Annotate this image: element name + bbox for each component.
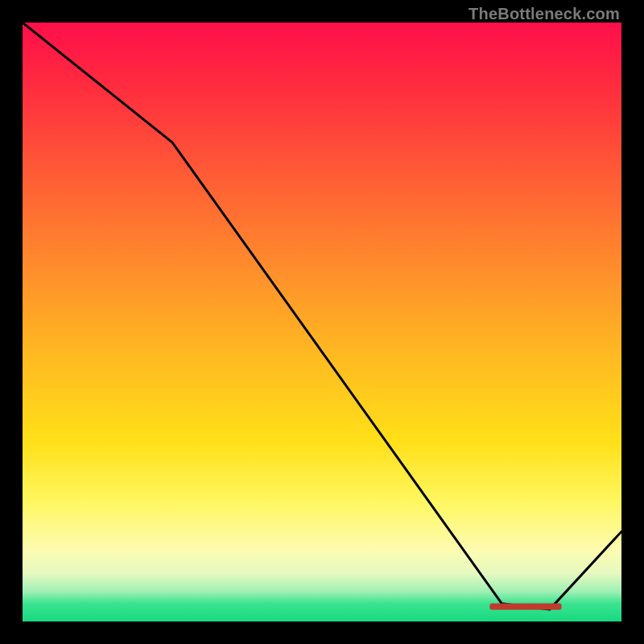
- chart-overlay: [23, 23, 621, 621]
- chart-frame: TheBottleneck.com: [0, 0, 644, 644]
- optimal-range-marker: [489, 603, 561, 609]
- watermark-text: TheBottleneck.com: [469, 5, 620, 23]
- bottleneck-curve: [23, 23, 621, 609]
- plot-area: [23, 23, 621, 621]
